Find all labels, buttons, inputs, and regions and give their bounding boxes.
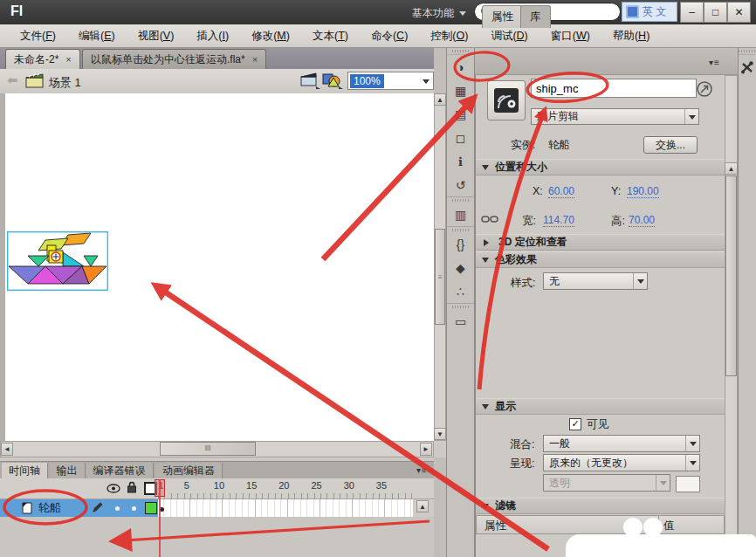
lock-column-icon[interactable]	[127, 481, 137, 493]
timeline-scroll-up-button[interactable]: ▲	[416, 500, 429, 512]
frame-number-15[interactable]: 15	[246, 480, 257, 491]
height-value[interactable]: 70.00	[629, 214, 655, 227]
frame-number-20[interactable]: 20	[278, 480, 289, 491]
zoom-combobox[interactable]: 100%	[347, 72, 434, 90]
frame-number-30[interactable]: 30	[344, 480, 354, 491]
show-hide-column-icon[interactable]	[107, 484, 120, 493]
style-dropdown[interactable]: 无	[543, 272, 648, 290]
code-snippets-panel-icon[interactable]: {}	[447, 232, 474, 256]
library-panel-icon[interactable]: ▥	[447, 203, 474, 226]
timeline-panel-menu-icon[interactable]: ▾≡	[416, 465, 428, 475]
timeline-tab-1[interactable]: 时间轴	[2, 463, 48, 479]
playhead-line	[159, 479, 161, 557]
symbol-type-dropdown[interactable]: 影片剪辑	[531, 108, 699, 125]
minimize-button[interactable]: –	[680, 2, 704, 23]
scroll-left-button[interactable]: ◄	[1, 443, 13, 456]
menu-item-e[interactable]: 编辑(E)	[67, 29, 127, 44]
dock-gripper[interactable]	[447, 48, 474, 55]
swap-button[interactable]: 交换...	[643, 136, 698, 154]
scene-breadcrumb[interactable]: 场景 1	[49, 75, 81, 91]
y-value[interactable]: 190.00	[627, 185, 659, 198]
section-position-size[interactable]: 位置和大小	[476, 159, 725, 175]
back-arrow-icon[interactable]: ⬅	[7, 72, 18, 88]
dropdown-arrow-icon	[660, 481, 667, 489]
swatches-panel-icon[interactable]: ▦	[447, 79, 474, 102]
section-color-effect[interactable]: 色彩效果	[476, 251, 725, 268]
link-constrain-icon[interactable]	[481, 213, 498, 225]
ime-indicator[interactable]: 英 文	[622, 2, 677, 22]
info-panel-icon[interactable]: ℹ	[447, 149, 474, 173]
menu-item-t[interactable]: 文本(T)	[301, 29, 360, 44]
tab-close-icon[interactable]: ×	[252, 54, 258, 65]
menu-item-f[interactable]: 文件(F)	[9, 29, 67, 44]
section-display[interactable]: 显示	[476, 398, 725, 415]
render-dropdown[interactable]: 原来的（无更改）	[543, 454, 700, 471]
dock-gripper[interactable]	[739, 48, 756, 55]
scroll-up-button[interactable]: ▲	[434, 93, 446, 106]
layer-outline-color-swatch[interactable]	[145, 502, 157, 514]
edit-symbols-button[interactable]	[321, 71, 344, 90]
motion-presets-panel-icon[interactable]: ∴	[447, 279, 474, 303]
scroll-right-button[interactable]: ►	[420, 443, 432, 456]
frame-number-5[interactable]: 5	[184, 480, 189, 491]
transform-panel-icon[interactable]: ◻	[447, 126, 474, 149]
frame-number-10[interactable]: 10	[214, 480, 224, 491]
horizontal-scroll-thumb[interactable]: ⦀⦀	[160, 442, 256, 456]
symbol-type-button[interactable]	[487, 80, 526, 120]
menu-item-o[interactable]: 控制(O)	[419, 29, 479, 44]
ship-graphic[interactable]	[7, 231, 108, 291]
tab-close-icon[interactable]: ×	[65, 54, 71, 65]
dropdown-arrow-icon	[690, 461, 697, 469]
frame-number-25[interactable]: 25	[311, 480, 321, 491]
history-panel-icon[interactable]: ↺	[447, 173, 474, 196]
menu-item-d[interactable]: 调试(D)	[479, 29, 539, 44]
tab-properties[interactable]: 属性	[482, 5, 523, 28]
menu-item-h[interactable]: 帮助(H)	[601, 29, 661, 44]
frames-grid[interactable]	[158, 499, 413, 517]
timeline-tab-3[interactable]: 编译器错误	[86, 463, 154, 479]
menu-item-m[interactable]: 修改(M)	[240, 29, 301, 44]
timeline-tab-bar: 时间轴输出编译器错误动画编辑器	[0, 461, 434, 478]
layer-lock-dot[interactable]	[132, 506, 136, 511]
layer-visible-dot[interactable]	[115, 506, 120, 511]
instance-value: 轮船	[548, 138, 570, 153]
blend-dropdown[interactable]: 一般	[543, 435, 700, 452]
section-filters[interactable]: 滤镜	[476, 498, 725, 514]
x-label: X:	[533, 185, 543, 197]
properties-panel-menu-icon[interactable]: ▾≡	[709, 58, 720, 67]
section-3d[interactable]: 3D 定位和查看	[476, 234, 725, 251]
menu-item-c[interactable]: 命令(C)	[360, 29, 419, 44]
properties-scroll-thumb[interactable]	[725, 175, 737, 376]
workspace-switcher[interactable]: 基本功能	[412, 6, 466, 21]
document-tab[interactable]: 以鼠标单击处为中心往返运动.fla*×	[82, 49, 266, 69]
dock-separator	[447, 226, 474, 232]
timeline-tab-2[interactable]: 输出	[50, 463, 86, 479]
maximize-button[interactable]: □	[704, 2, 727, 23]
menu-item-v[interactable]: 视图(V)	[127, 29, 186, 44]
vertical-scroll-thumb[interactable]: ≡	[435, 229, 445, 325]
menu-item-w[interactable]: 窗口(W)	[540, 29, 601, 44]
visible-checkbox[interactable]: ✓	[569, 418, 581, 430]
edit-scene-button[interactable]	[300, 72, 321, 90]
instance-name-input[interactable]	[531, 79, 697, 98]
components-panel-icon[interactable]: ◆	[447, 256, 474, 279]
align-panel-icon[interactable]: ▤	[447, 102, 474, 126]
color-panel-icon[interactable]: ◑	[447, 55, 474, 79]
dropdown-arrow-icon[interactable]	[423, 79, 430, 87]
tab-library[interactable]: 库	[520, 5, 551, 28]
tools-icon[interactable]	[740, 60, 754, 74]
layer-row[interactable]: 轮船	[0, 499, 158, 517]
dock-separator	[447, 196, 474, 203]
frame-number-35[interactable]: 35	[376, 480, 387, 491]
menu-item-i[interactable]: 插入(I)	[185, 29, 240, 44]
project-panel-icon[interactable]: ▭	[447, 309, 474, 333]
direct-selection-icon[interactable]	[696, 80, 713, 98]
width-value[interactable]: 114.70	[543, 214, 574, 227]
close-button[interactable]: ✕	[727, 2, 751, 23]
timeline-tab-4[interactable]: 动画编辑器	[155, 463, 223, 479]
layer-name[interactable]: 轮船	[38, 500, 61, 516]
properties-scroll-up-button[interactable]: ▲	[725, 162, 738, 175]
x-value[interactable]: 60.00	[548, 185, 574, 198]
document-tab[interactable]: 未命名-2*×	[5, 49, 80, 69]
scroll-down-button[interactable]: ▼	[434, 428, 446, 440]
